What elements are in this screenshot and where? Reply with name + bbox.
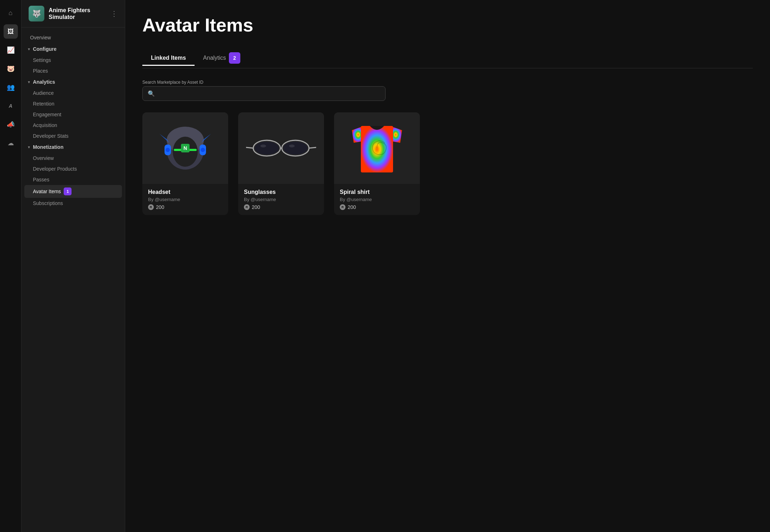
svg-line-16 <box>309 147 316 148</box>
nav-image-icon[interactable]: 🖼 <box>4 24 18 39</box>
sidebar-item-acquisition[interactable]: Acquisition <box>21 120 125 131</box>
svg-point-7 <box>200 147 205 152</box>
item-price-spiral-shirt: R 200 <box>340 204 414 210</box>
nav-megaphone-icon[interactable]: 📣 <box>4 117 18 132</box>
item-author-spiral-shirt: By @username <box>340 197 414 202</box>
item-thumbnail-headset: N <box>142 112 228 184</box>
sidebar-section-analytics[interactable]: ▼ Analytics <box>21 76 125 88</box>
chevron-down-icon: ▼ <box>27 80 31 84</box>
tab-linked-items[interactable]: Linked Items <box>142 51 195 66</box>
items-grid: N Headset By @username R 200 <box>142 112 753 215</box>
tab-analytics[interactable]: Analytics 2 <box>195 49 249 68</box>
sidebar-header: 🐺 Anime Fighters Simulator ⋮ <box>21 0 125 28</box>
sidebar-section-monetization[interactable]: ▼ Monetization <box>21 141 125 153</box>
nav-home-icon[interactable]: ⌂ <box>4 6 18 20</box>
item-price-sunglasses: R 200 <box>244 204 318 210</box>
sidebar-menu-button[interactable]: ⋮ <box>111 9 118 18</box>
nav-cloud-icon[interactable]: ☁ <box>4 136 18 150</box>
analytics-tab-badge: 2 <box>229 52 240 64</box>
item-author-sunglasses: By @username <box>244 197 318 202</box>
item-info-headset: Headset By @username R 200 <box>142 184 228 215</box>
svg-point-17 <box>255 142 279 155</box>
robux-icon: R <box>340 204 345 210</box>
nav-piggybank-icon[interactable]: 🐷 <box>4 62 18 76</box>
game-title: Anime Fighters Simulator <box>49 7 106 20</box>
sidebar-section-configure[interactable]: ▼ Configure <box>21 43 125 55</box>
item-author-headset: By @username <box>148 197 222 202</box>
sidebar-item-places[interactable]: Places <box>21 65 125 76</box>
search-container: Search Marketplace by Asset ID 🔍 <box>142 80 386 101</box>
nav-translate-icon[interactable]: A <box>4 99 18 113</box>
game-avatar: 🐺 <box>29 6 44 21</box>
sidebar-item-audience[interactable]: Audience <box>21 88 125 98</box>
item-info-spiral-shirt: Spiral shirt By @username R 200 <box>334 184 420 215</box>
icon-rail: ⌂ 🖼 📈 🐷 👥 A 📣 ☁ <box>0 0 21 532</box>
item-name-spiral-shirt: Spiral shirt <box>340 189 414 195</box>
item-price-headset: R 200 <box>148 204 222 210</box>
svg-point-18 <box>283 142 308 155</box>
search-input[interactable] <box>158 91 380 97</box>
item-card-spiral-shirt[interactable]: Spiral shirt By @username R 200 <box>334 112 420 215</box>
svg-point-20 <box>289 145 295 147</box>
sidebar-item-settings[interactable]: Settings <box>21 55 125 65</box>
svg-rect-23 <box>361 126 393 172</box>
item-card-headset[interactable]: N Headset By @username R 200 <box>142 112 228 215</box>
svg-point-5 <box>165 147 170 152</box>
sidebar-item-avatar-items[interactable]: Avatar Items 1 <box>24 185 122 198</box>
svg-text:N: N <box>183 145 187 151</box>
sidebar: 🐺 Anime Fighters Simulator ⋮ Overview ▼ … <box>21 0 125 532</box>
svg-point-19 <box>260 145 266 147</box>
sidebar-item-overview[interactable]: Overview <box>21 32 125 43</box>
search-label: Search Marketplace by Asset ID <box>142 80 386 85</box>
robux-icon: R <box>244 204 250 210</box>
configure-label: Configure <box>33 46 57 52</box>
item-thumbnail-spiral-shirt <box>334 112 420 184</box>
sidebar-item-monetization-overview[interactable]: Overview <box>21 153 125 163</box>
sidebar-item-subscriptions[interactable]: Subscriptions <box>21 198 125 209</box>
sidebar-item-developer-products[interactable]: Developer Products <box>21 163 125 174</box>
sidebar-item-retention[interactable]: Retention <box>21 98 125 109</box>
monetization-label: Monetization <box>33 144 64 150</box>
item-card-sunglasses[interactable]: Sunglasses By @username R 200 <box>238 112 324 215</box>
sidebar-item-developer-stats[interactable]: Developer Stats <box>21 131 125 141</box>
nav-users-icon[interactable]: 👥 <box>4 80 18 94</box>
main-content: Avatar Items Linked Items Analytics 2 Se… <box>125 0 770 532</box>
search-icon: 🔍 <box>148 90 155 97</box>
robux-icon: R <box>148 204 154 210</box>
sidebar-item-passes[interactable]: Passes <box>21 174 125 185</box>
chevron-down-icon: ▼ <box>27 145 31 149</box>
item-name-sunglasses: Sunglasses <box>244 189 318 195</box>
nav-analytics-icon[interactable]: 📈 <box>4 43 18 57</box>
item-thumbnail-sunglasses <box>238 112 324 184</box>
tabs-bar: Linked Items Analytics 2 <box>142 49 753 68</box>
item-name-headset: Headset <box>148 189 222 195</box>
svg-line-15 <box>246 147 253 148</box>
chevron-down-icon: ▼ <box>27 47 31 51</box>
avatar-items-badge: 1 <box>64 187 72 195</box>
analytics-label: Analytics <box>33 79 55 85</box>
item-info-sunglasses: Sunglasses By @username R 200 <box>238 184 324 215</box>
sidebar-item-engagement[interactable]: Engagement <box>21 109 125 120</box>
search-box: 🔍 <box>142 86 386 101</box>
page-title: Avatar Items <box>142 14 753 36</box>
sidebar-nav: Overview ▼ Configure Settings Places ▼ A… <box>21 28 125 532</box>
